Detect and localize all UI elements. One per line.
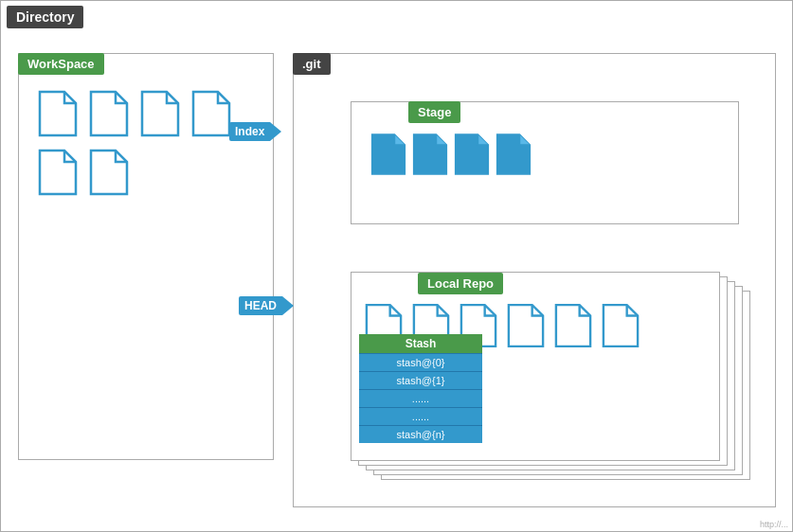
file-icon — [412, 133, 448, 176]
file-icon — [507, 303, 545, 348]
file-icon — [496, 133, 532, 176]
file-icon — [140, 90, 180, 137]
svg-marker-0 — [40, 92, 76, 135]
head-arrow-label: HEAD — [239, 296, 282, 315]
workspace-panel: WorkSpace — [18, 53, 274, 460]
svg-marker-5 — [91, 151, 127, 194]
svg-marker-15 — [604, 305, 638, 346]
svg-marker-2 — [142, 92, 178, 135]
stash-row-1: stash@{1} — [359, 371, 482, 389]
svg-marker-4 — [40, 151, 76, 194]
file-icon — [89, 149, 129, 196]
stash-header: Stash — [359, 334, 482, 353]
git-panel: .git Index Stage — [293, 53, 776, 507]
local-repo-label: Local Repo — [418, 273, 503, 294]
svg-marker-1 — [91, 92, 127, 135]
index-arrow-head — [270, 122, 281, 141]
watermark: http://... — [760, 520, 788, 529]
file-icon — [602, 303, 640, 348]
stash-row-dots2: ...... — [359, 407, 482, 425]
stash-row-dots1: ...... — [359, 389, 482, 407]
stage-label: Stage — [408, 101, 460, 123]
title-bar: Directory — [7, 6, 83, 28]
file-icon — [454, 133, 490, 176]
workspace-label: WorkSpace — [18, 53, 104, 75]
index-arrow: Index — [229, 122, 281, 141]
svg-marker-13 — [509, 305, 543, 346]
stage-panel: Stage — [351, 101, 739, 224]
svg-marker-14 — [556, 305, 590, 346]
file-icon — [38, 90, 78, 137]
head-arrow-head — [282, 296, 294, 315]
main-container: Directory WorkSpace — [0, 0, 793, 532]
stash-row-0: stash@{0} — [359, 353, 482, 371]
repo-card-front: Local Repo — [351, 272, 720, 461]
file-icon — [554, 303, 592, 348]
page-title: Directory — [16, 9, 74, 25]
file-icon — [370, 133, 406, 176]
stash-row-n: stash@{n} — [359, 425, 482, 443]
file-icon — [38, 149, 78, 196]
file-icon — [191, 90, 231, 137]
git-label: .git — [293, 53, 331, 75]
stash-table: Stash stash@{0} stash@{1} ...... ...... … — [359, 334, 482, 443]
head-arrow: HEAD — [239, 296, 294, 315]
file-icon — [89, 90, 129, 137]
local-repo-stack: Local Repo — [351, 272, 739, 480]
svg-marker-3 — [193, 92, 229, 135]
index-arrow-label: Index — [229, 122, 270, 141]
